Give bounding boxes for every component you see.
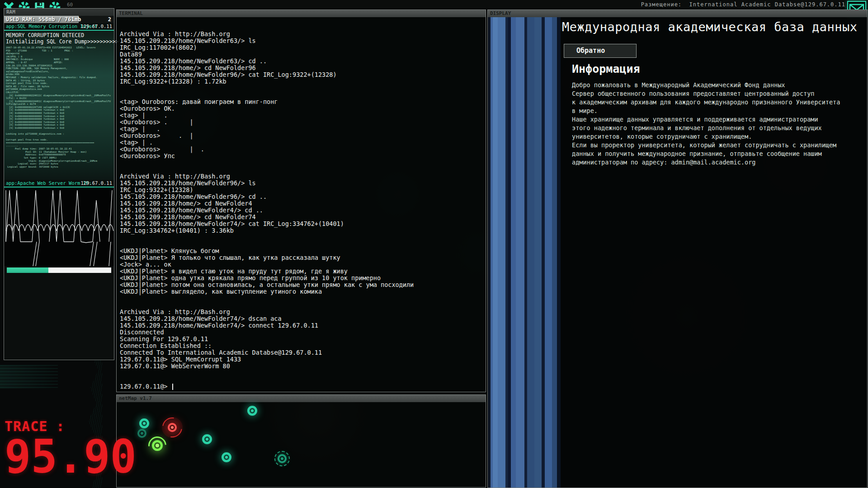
running-app-webserver-worm[interactable]: app:Apache Web Server Worm IP: 129.67.0.… — [4, 180, 114, 188]
sql-corruption-output: MEMORY CORRUPTION DETECED Initializing S… — [4, 31, 114, 180]
connected-location: Размещение: International Academic Datab… — [641, 1, 845, 8]
netmap-node-teal[interactable] — [247, 406, 257, 416]
netmap-node-teal[interactable] — [222, 452, 231, 462]
netmap-node-teal-ring[interactable] — [278, 454, 287, 463]
worm-progress-bar — [7, 267, 111, 273]
location-value: International Academic Databse@129.67.0.… — [689, 1, 845, 8]
terminal-output: Archived Via : http://Bash.org 145.105.2… — [120, 17, 414, 376]
netmap-nodes — [117, 395, 486, 487]
location-label: Размещение: — [641, 1, 682, 8]
sql-status-line: Initializing SQL Core Dump>>>>>>>>>> — [6, 38, 112, 45]
trace-tracker: TRACE : 95.90 — [5, 418, 137, 476]
used-ram-bar: USED RAM: 558mb / 761mb 2 — [4, 16, 114, 23]
ram-slot-count: 2 — [108, 16, 111, 23]
page-title: Международная академическая база данных — [562, 20, 857, 34]
used-ram-label: USED RAM: 558mb / 761mb — [6, 16, 81, 23]
app-target-ip: 129.67.0.11 — [80, 23, 112, 30]
terminal-header: TERMINAL — [117, 10, 486, 17]
prompt-text: 129.67.0.11@> — [120, 383, 171, 390]
worm-waveform-display — [4, 188, 114, 266]
ram-counter: 60 — [67, 2, 73, 8]
netmap-node-teal[interactable] — [202, 434, 212, 444]
terminal-panel: TERMINAL Archived Via : http://Bash.org … — [116, 9, 486, 392]
display-stripes-decoration — [488, 17, 561, 488]
ram-panel: RAM USED RAM: 558mb / 761mb 2 app:SQL Me… — [4, 8, 114, 360]
display-header: DISPLAY — [488, 10, 867, 17]
app-name: app:Apache Web Server Worm IP: — [6, 180, 92, 186]
back-button[interactable]: Обратно — [564, 44, 637, 58]
terminal-cursor — [172, 384, 173, 390]
netmap-node-teal-dim[interactable] — [137, 429, 146, 438]
terminal-prompt[interactable]: 129.67.0.11@> — [120, 383, 173, 390]
display-panel: DISPLAY Международная академическая база… — [487, 9, 868, 488]
app-target-ip: 129.67.0.11 — [80, 180, 112, 187]
hacknet-screen: 60 Размещение: International Academic Da… — [0, 0, 868, 488]
trace-value: 95.90 — [5, 437, 137, 477]
ram-panel-header: RAM — [4, 9, 114, 16]
running-app-sql-inject[interactable]: app:SQL Memory Corruption Inject 129.67.… — [4, 23, 114, 31]
netmap-node-red[interactable] — [168, 423, 177, 432]
top-toolbar: 60 Размещение: International Academic Da… — [0, 0, 868, 8]
worm-progress-fill — [7, 267, 48, 273]
info-text: Добро пожаловать в Международный Академи… — [572, 81, 840, 167]
netmap-panel: netMap v1.7 — [116, 394, 486, 488]
netmap-node-green[interactable] — [152, 440, 163, 451]
info-section-title: Информация — [572, 62, 640, 75]
background-glitch-streaks — [0, 365, 58, 389]
sql-status-line: MEMORY CORRUPTION DETECED — [6, 32, 112, 38]
crash-dump-text: 2007-10-05-01.10.22.470072+480 E157204DA… — [6, 46, 112, 168]
netmap-node-teal[interactable] — [139, 418, 149, 428]
